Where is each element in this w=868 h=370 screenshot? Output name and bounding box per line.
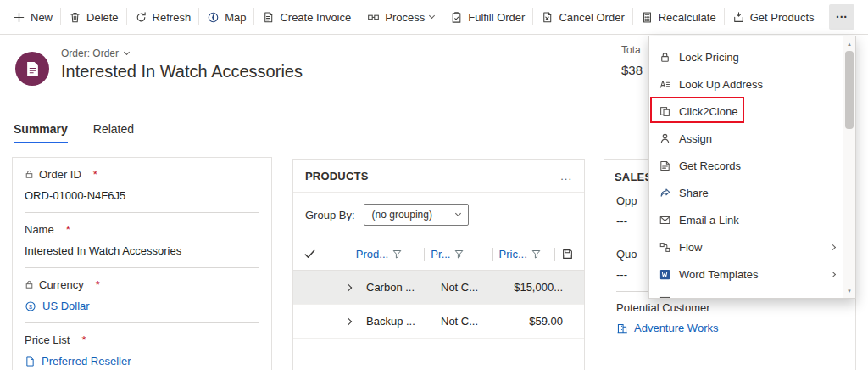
product-pricing-cell: Not C...	[441, 281, 507, 294]
lock-icon	[659, 51, 671, 64]
menu-item-get-records[interactable]: Get Records	[649, 152, 842, 179]
more-commands-button[interactable]: ···	[829, 4, 854, 30]
name-field: Name * Interested In Watch Accessories	[13, 213, 271, 268]
menu-item-word-templates[interactable]: Word Templates	[649, 261, 842, 288]
cancel-order-icon	[541, 11, 554, 24]
column-header-price[interactable]: Pric...	[499, 248, 548, 261]
process-button[interactable]: Process	[359, 0, 442, 35]
clone-icon	[659, 105, 671, 118]
menu-item-label: Get Records	[679, 160, 741, 172]
header-total: Tota $38	[621, 44, 643, 77]
scrollbar-thumb[interactable]	[845, 51, 854, 129]
new-button-label: New	[31, 11, 53, 24]
product-pricing-cell: Not C...	[441, 315, 507, 328]
column-header-product[interactable]: Prod...	[356, 248, 419, 261]
products-title: PRODUCTS	[305, 170, 369, 182]
map-button[interactable]: Map	[199, 0, 253, 35]
menu-item-run-report[interactable]: Run Report	[649, 288, 842, 299]
save-view-icon[interactable]	[561, 248, 574, 261]
scroll-up-arrow-icon[interactable]: ▲	[843, 38, 855, 49]
price-list-value-link[interactable]: Preferred Reseller	[25, 346, 259, 370]
price-list-value: Preferred Reseller	[42, 355, 131, 367]
order-entity-badge	[15, 52, 49, 86]
flow-icon	[659, 241, 671, 254]
map-button-label: Map	[225, 11, 246, 24]
lock-icon	[25, 170, 34, 179]
fulfill-order-button-label: Fulfill Order	[468, 11, 525, 24]
menu-scrollbar[interactable]: ▲ ▼	[843, 36, 855, 298]
share-icon	[659, 187, 671, 199]
cancel-order-button[interactable]: Cancel Order	[533, 0, 632, 35]
refresh-button-label: Refresh	[153, 11, 192, 24]
product-price-cell: $15,000...	[507, 281, 566, 294]
filter-funnel-icon[interactable]	[531, 249, 541, 259]
report-icon	[659, 295, 671, 300]
email-icon	[659, 214, 671, 227]
more-commands-label: ···	[836, 10, 848, 24]
column-label: Pr...	[431, 248, 450, 261]
recalculate-button[interactable]: Recalculate	[633, 0, 724, 35]
record-type-label: Order: Order	[61, 48, 119, 59]
svg-text:$: $	[29, 303, 32, 309]
map-compass-icon	[207, 11, 220, 24]
product-row[interactable]: Backup ... Not C... $59.00	[293, 305, 584, 339]
products-table-header: Prod... Pr... Pric...	[293, 238, 584, 271]
product-name-cell: Backup ...	[366, 315, 441, 328]
calculator-icon	[641, 11, 654, 24]
chevron-down-icon	[454, 210, 460, 216]
process-icon	[367, 11, 380, 24]
filter-funnel-icon[interactable]	[454, 249, 464, 259]
field-label-row: Order ID *	[25, 158, 259, 181]
column-header-pricing[interactable]: Pr...	[431, 248, 486, 261]
create-invoice-button-label: Create Invoice	[280, 11, 351, 24]
column-label: Pric...	[499, 248, 527, 261]
tab-related[interactable]: Related	[93, 122, 134, 143]
products-more-button[interactable]: ...	[560, 170, 572, 182]
menu-item-flow[interactable]: Flow	[649, 233, 842, 261]
tab-summary[interactable]: Summary	[14, 122, 68, 143]
get-products-button[interactable]: Get Products	[725, 0, 822, 35]
menu-item-list: Lock Pricing Click2Clone Look Up Address…	[649, 43, 842, 299]
page-title: Interested In Watch Accessories	[61, 62, 303, 81]
name-value[interactable]: Interested In Watch Accessories	[25, 236, 259, 268]
group-by-select[interactable]: (no grouping)	[364, 204, 469, 226]
new-button[interactable]: New	[5, 0, 60, 35]
delete-button[interactable]: Delete	[61, 0, 126, 35]
more-commands-menu: Lock Pricing Click2Clone Look Up Address…	[648, 36, 856, 299]
word-icon	[659, 268, 671, 281]
submenu-chevron-icon	[831, 272, 835, 277]
menu-item-look-up-address[interactable]: Click2Clone Look Up Address	[649, 70, 842, 98]
row-expand-chevron-icon[interactable]	[331, 285, 366, 290]
plus-icon	[13, 11, 25, 24]
currency-value-link[interactable]: $ US Dollar	[25, 291, 259, 323]
create-invoice-button[interactable]: Create Invoice	[254, 0, 359, 35]
menu-item-label: Click2Clone	[679, 105, 737, 118]
scroll-down-arrow-icon[interactable]: ▼	[843, 285, 855, 296]
menu-item-share[interactable]: Share	[649, 179, 842, 206]
group-by-label: Group By:	[305, 209, 355, 221]
order-details-panel: Order ID * ORD-01000-N4F6J5 Name * Inter…	[12, 157, 272, 370]
product-row[interactable]: Carbon ... Not C... $15,000...	[293, 271, 584, 305]
select-all-checkmark-icon[interactable]	[303, 248, 326, 261]
filter-funnel-icon[interactable]	[392, 249, 402, 259]
refresh-button[interactable]: Refresh	[127, 0, 199, 35]
get-products-button-label: Get Products	[750, 11, 815, 24]
fulfill-order-button[interactable]: Fulfill Order	[442, 0, 532, 35]
menu-item-email-a-link[interactable]: Email a Link	[649, 206, 842, 233]
look-up-address-icon	[659, 78, 671, 91]
invoice-icon	[262, 11, 275, 24]
record-type-switcher[interactable]: Order: Order	[61, 48, 129, 59]
order-id-value[interactable]: ORD-01000-N4F6J5	[25, 181, 259, 213]
menu-item-lock-pricing[interactable]: Lock Pricing	[649, 43, 842, 70]
command-bar: New Delete Refresh Map Create Invoice Pr…	[0, 0, 868, 35]
menu-item-label: Run Report	[679, 295, 735, 300]
menu-item-click2clone[interactable]: Click2Clone	[649, 98, 842, 125]
row-expand-chevron-icon[interactable]	[331, 319, 366, 324]
column-separator	[554, 248, 555, 261]
group-by-row: Group By: (no grouping)	[293, 193, 584, 238]
potential-customer-link[interactable]: Adventure Works	[616, 314, 843, 345]
potential-customer-value: Adventure Works	[634, 322, 718, 334]
menu-item-assign[interactable]: Assign	[649, 125, 842, 152]
field-label-row: Currency *	[25, 268, 259, 291]
currency-coin-icon: $	[25, 300, 36, 312]
